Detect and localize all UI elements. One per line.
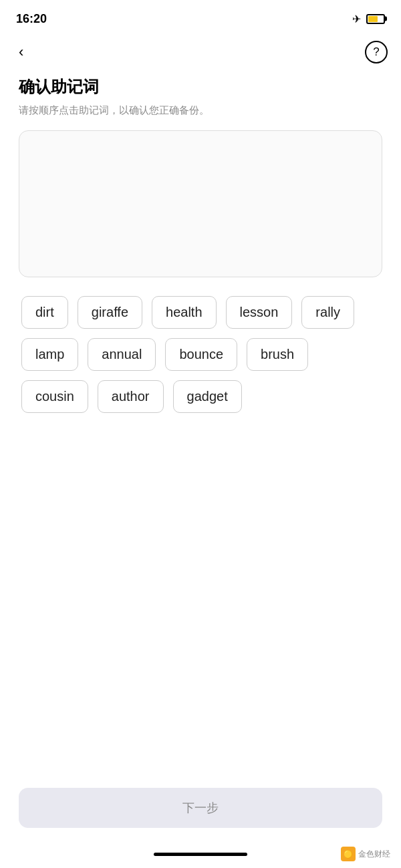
page-subtitle: 请按顺序点击助记词，以确认您正确备份。 [19,103,382,117]
word-chip-lesson[interactable]: lesson [226,296,293,329]
home-indicator [154,853,247,856]
word-chip-annual[interactable]: annual [88,338,156,371]
status-time: 16:20 [16,12,47,26]
words-area: dirtgiraffehealthlessonrallylampannualbo… [19,296,382,413]
help-button[interactable]: ? [365,41,388,63]
word-chip-brush[interactable]: brush [247,338,308,371]
word-chip-dirt[interactable]: dirt [21,296,68,329]
mnemonic-selected-area [19,130,382,277]
word-chip-giraffe[interactable]: giraffe [78,296,142,329]
status-bar: 16:20 ✈ [0,0,401,35]
word-chip-cousin[interactable]: cousin [21,380,88,413]
word-chip-health[interactable]: health [152,296,217,329]
main-content: 确认助记词 请按顺序点击助记词，以确认您正确备份。 dirtgiraffehea… [0,69,401,413]
watermark-logo: 🟡 [341,847,356,861]
word-chip-rally[interactable]: rally [301,296,354,329]
next-button-container: 下一步 [19,788,382,828]
word-chip-bounce[interactable]: bounce [165,338,237,371]
word-chip-gadget[interactable]: gadget [173,380,242,413]
watermark: 🟡 金色财经 [341,847,390,861]
back-button[interactable]: ‹ [13,41,29,63]
status-icons: ✈ [352,13,385,25]
word-chip-author[interactable]: author [98,380,164,413]
watermark-text: 金色财经 [358,849,390,860]
next-button[interactable]: 下一步 [19,788,382,828]
page-title: 确认助记词 [19,76,382,98]
word-chip-lamp[interactable]: lamp [21,338,78,371]
nav-bar: ‹ ? [0,35,401,69]
battery-icon [366,14,385,24]
watermark-logo-text: 🟡 [344,850,353,859]
battery-fill [368,16,378,22]
airplane-icon: ✈ [352,13,361,25]
